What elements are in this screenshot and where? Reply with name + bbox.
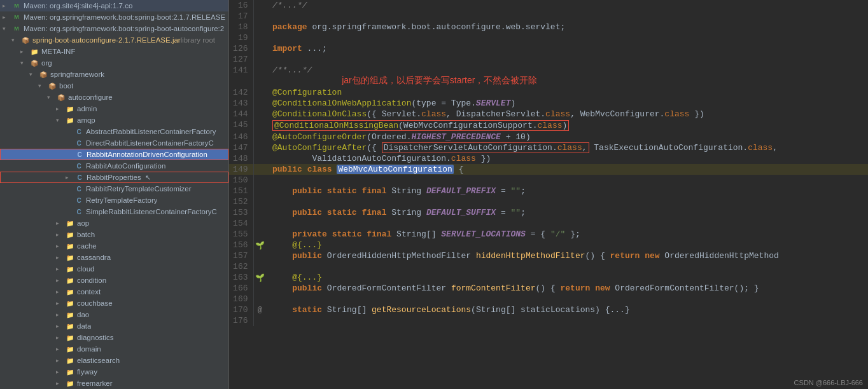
cn-comment: jar包的组成，以后要学会写starter，不然会被开除: [342, 75, 537, 85]
sidebar-item-rabbit-auto[interactable]: C RabbitAutoConfiguration: [0, 160, 228, 172]
sidebar-item-data[interactable]: 📁 data: [0, 320, 228, 332]
sidebar-item-springframework[interactable]: 📦 springframework: [0, 69, 228, 80]
sidebar-item-cassandra[interactable]: 📁 cassandra: [0, 252, 228, 263]
sidebar-item-flyway[interactable]: 📁 flyway: [0, 366, 228, 378]
folder-icon: 📁: [65, 332, 75, 343]
line-gutter: [253, 43, 266, 54]
folder-icon: 📁: [65, 287, 75, 297]
line-content: public class WebMvcAutoConfiguration {: [266, 164, 868, 175]
sidebar-item-cloud[interactable]: 📁 cloud: [0, 263, 228, 275]
sidebar-item-context[interactable]: 📁 context: [0, 286, 228, 297]
line-content: @AutoConfigureAfter({ DispatcherServletA…: [266, 142, 868, 153]
file-tree-sidebar[interactable]: M Maven: org.site4j:site4j-api:1.7.co M …: [0, 0, 229, 389]
line-gutter: 🌱: [253, 240, 266, 250]
line-number: 156: [229, 240, 253, 250]
line-content: public static final String DEFAULT_PREFI…: [266, 186, 868, 196]
line-number: 170: [229, 304, 253, 315]
line-content: [266, 261, 868, 272]
sidebar-item-label: AbstractRabbitListenerContainerFactory: [86, 128, 216, 135]
line-content: /*...*/: [266, 0, 868, 11]
sidebar-item-maven3[interactable]: M Maven: org.springframework.boot:spring…: [0, 23, 228, 34]
sidebar-item-diagnostics[interactable]: 📁 diagnostics: [0, 332, 228, 343]
line-number: 127: [229, 54, 253, 65]
sidebar-item-elasticsearch[interactable]: 📁 elasticsearch: [0, 355, 228, 366]
package-icon: 📦: [56, 92, 66, 102]
line-content: [266, 294, 868, 304]
sidebar-item-cache[interactable]: 📁 cache: [0, 240, 228, 252]
sidebar-item-org[interactable]: 📦 org: [0, 57, 228, 69]
sidebar-item-jar[interactable]: 📦 spring-boot-autoconfigure-2.1.7.RELEAS…: [0, 34, 228, 46]
sidebar-item-label: batch: [77, 231, 95, 238]
line-content: [266, 54, 868, 65]
code-editor[interactable]: 16 /*...*/ 17 18 package org.springframe…: [229, 0, 868, 389]
sidebar-item-maven2[interactable]: M Maven: org.springframework.boot:spring…: [0, 11, 228, 23]
sidebar-item-rabbit-retry[interactable]: C RabbitRetryTemplateCustomizer: [0, 183, 228, 194]
sidebar-item-amqp[interactable]: 📁 amqp: [0, 114, 228, 126]
sidebar-item-abstract-rabbit[interactable]: C AbstractRabbitListenerContainerFactory: [0, 126, 228, 137]
tree-arrow: [56, 334, 65, 341]
tree-arrow: [20, 48, 29, 55]
sidebar-item-condition[interactable]: 📁 condition: [0, 275, 228, 286]
code-line-151: 151 public static final String DEFAULT_P…: [229, 186, 868, 196]
folder-icon: 📁: [65, 367, 75, 377]
sidebar-item-label: domain: [77, 345, 101, 353]
sidebar-item-couchbase[interactable]: 📁 couchbase: [0, 297, 228, 309]
sidebar-item-boot[interactable]: 📦 boot: [0, 80, 228, 92]
sidebar-item-label: DirectRabbitListenerContainerFactoryC: [86, 139, 214, 147]
sidebar-item-dao[interactable]: 📁 dao: [0, 309, 228, 320]
sidebar-item-label: Maven: org.springframework.boot:spring-b…: [24, 25, 224, 32]
tree-arrow: [11, 37, 20, 43]
sidebar-item-simple-rabbit[interactable]: C SimpleRabbitListenerContainerFactoryC: [0, 206, 228, 217]
tree-arrow: [56, 106, 65, 112]
sidebar-item-label: aop: [77, 219, 89, 227]
line-gutter: [253, 87, 266, 98]
tree-arrow: [56, 117, 65, 123]
line-number: 150: [229, 175, 253, 186]
sidebar-item-label: RabbitRetryTemplateCustomizer: [86, 185, 192, 193]
folder-icon: 📁: [65, 104, 75, 114]
line-gutter: [253, 186, 266, 196]
sidebar-item-rabbit-properties[interactable]: C RabbitProperties ↖: [0, 172, 228, 183]
line-number: 162: [229, 261, 253, 272]
folder-icon: 📁: [65, 264, 75, 274]
line-number: 147: [229, 142, 253, 153]
sidebar-item-label: flyway: [77, 368, 97, 376]
sidebar-item-label: freemarker: [77, 379, 113, 387]
sidebar-item-maven1[interactable]: M Maven: org.site4j:site4j-api:1.7.co: [0, 0, 228, 11]
code-line-148: 148 ValidationAutoConfiguration.class }): [229, 153, 868, 164]
package-icon: 📦: [38, 69, 48, 79]
folder-icon: 📁: [65, 298, 75, 308]
code-line-144: 144 @ConditionalOnClass({ Servlet.class,…: [229, 109, 868, 119]
code-line-157: 157 public OrderedHiddenHttpMethodFilter…: [229, 250, 868, 261]
line-gutter: [253, 98, 266, 109]
folder-icon: 📁: [65, 378, 75, 388]
line-gutter: [253, 22, 266, 32]
line-gutter: [253, 175, 266, 186]
sidebar-item-meta-inf[interactable]: 📁 META-INF: [0, 46, 228, 57]
line-content: [266, 218, 868, 229]
line-number: 145: [229, 119, 253, 132]
sidebar-item-direct-rabbit[interactable]: C DirectRabbitListenerContainerFactoryC: [0, 137, 228, 149]
line-gutter: [253, 142, 266, 153]
sidebar-item-label: admin: [77, 105, 97, 113]
sidebar-item-batch[interactable]: 📁 batch: [0, 229, 228, 240]
sidebar-item-label: springframework: [50, 71, 104, 78]
maven-icon: M: [11, 1, 22, 11]
sidebar-item-rabbit-annotation[interactable]: C RabbitAnnotationDrivenConfiguration: [0, 149, 228, 160]
sidebar-item-aop[interactable]: 📁 aop: [0, 217, 228, 229]
code-line-162: 162: [229, 261, 868, 272]
sidebar-item-freemarker[interactable]: 📁 freemarker: [0, 378, 228, 389]
sidebar-item-domain[interactable]: 📁 domain: [0, 343, 228, 355]
highlighted-class: WebMvcAutoConfiguration: [337, 165, 453, 174]
line-gutter: [253, 132, 266, 142]
sidebar-item-admin[interactable]: 📁 admin: [0, 103, 228, 114]
sidebar-item-retry-template[interactable]: C RetryTemplateFactory: [0, 194, 228, 206]
line-content: /**...*/ jar包的组成，以后要学会写starter，不然会被开除: [266, 65, 868, 87]
sidebar-item-autoconfigure[interactable]: 📦 autoconfigure: [0, 92, 228, 103]
line-content: public OrderedHiddenHttpMethodFilter hid…: [266, 250, 868, 261]
line-gutter: [253, 153, 266, 164]
folder-icon: 📁: [29, 46, 39, 57]
line-content: [266, 175, 868, 186]
class-icon: C: [74, 195, 84, 205]
tree-arrow: [29, 71, 38, 78]
